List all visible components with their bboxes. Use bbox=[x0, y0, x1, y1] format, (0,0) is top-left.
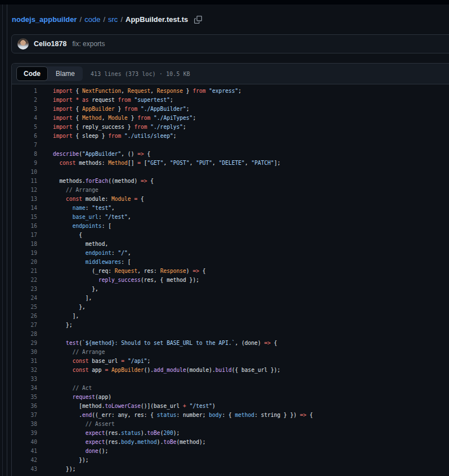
code-line bbox=[37, 330, 53, 339]
code-row: 6import { sleep } from "./utils/sleep"; bbox=[12, 132, 449, 141]
line-number[interactable]: 39 bbox=[12, 429, 37, 438]
code-row: 29 test(`${method}: Should to set BASE_U… bbox=[12, 339, 449, 348]
code-row: 3import { AppBuilder } from "./AppBuilde… bbox=[12, 105, 449, 114]
line-number[interactable]: 36 bbox=[12, 402, 37, 411]
code-row: 12 // Arrange bbox=[12, 186, 449, 195]
code-row: 18 method, bbox=[12, 240, 449, 249]
code-line: const base_url = "/api"; bbox=[37, 357, 150, 366]
line-number[interactable]: 30 bbox=[12, 348, 37, 357]
code-row: 4import { Method, Module } from "./ApiTy… bbox=[12, 114, 449, 123]
line-number[interactable]: 9 bbox=[12, 159, 37, 168]
line-number[interactable]: 16 bbox=[12, 222, 37, 231]
line-number[interactable]: 6 bbox=[12, 132, 37, 141]
line-number[interactable]: 12 bbox=[12, 186, 37, 195]
code-line: // Arrange bbox=[37, 348, 105, 357]
code-line: import { sleep } from "./utils/sleep"; bbox=[37, 132, 177, 141]
breadcrumb-repo-link[interactable]: nodejs_appbuilder bbox=[12, 15, 77, 24]
breadcrumb: nodejs_appbuilder / code / src / AppBuil… bbox=[12, 15, 202, 24]
line-number[interactable]: 22 bbox=[12, 276, 37, 285]
line-number[interactable]: 26 bbox=[12, 312, 37, 321]
code-line: describe("AppBuilder", () => { bbox=[37, 150, 150, 159]
breadcrumb-folder-src[interactable]: src bbox=[108, 15, 118, 24]
code-row: 26 ], bbox=[12, 312, 449, 321]
code-row: 31 const base_url = "/api"; bbox=[12, 357, 449, 366]
code-line: expect(res.body.method).toBe(method); bbox=[37, 438, 206, 447]
code-row: 40 expect(res.body.method).toBe(method); bbox=[12, 438, 449, 447]
code-row: 24 ], bbox=[12, 294, 449, 303]
line-number[interactable]: 28 bbox=[12, 330, 37, 339]
code-line: endpoint: "/", bbox=[37, 249, 131, 258]
line-number[interactable]: 34 bbox=[12, 384, 37, 393]
code-line: import { AppBuilder } from "./AppBuilder… bbox=[37, 105, 190, 114]
code-row: 13 const module: Module = { bbox=[12, 195, 449, 204]
breadcrumb-file-name: AppBuilder.test.ts bbox=[125, 15, 188, 24]
code-row: 32 const app = AppBuilder().add_module(m… bbox=[12, 366, 449, 375]
line-number[interactable]: 42 bbox=[12, 456, 37, 465]
line-number[interactable]: 31 bbox=[12, 357, 37, 366]
commit-author[interactable]: Celio1878 bbox=[34, 40, 66, 48]
line-number[interactable]: 33 bbox=[12, 375, 37, 384]
line-number[interactable]: 13 bbox=[12, 195, 37, 204]
code-line: // Assert bbox=[37, 420, 115, 429]
copy-path-button[interactable] bbox=[194, 16, 202, 24]
avatar[interactable] bbox=[17, 38, 29, 50]
code-line: base_url: "/test", bbox=[37, 213, 131, 222]
line-number[interactable]: 17 bbox=[12, 231, 37, 240]
line-number[interactable]: 25 bbox=[12, 303, 37, 312]
line-number[interactable]: 23 bbox=[12, 285, 37, 294]
line-number[interactable]: 1 bbox=[12, 87, 37, 96]
line-number[interactable]: 32 bbox=[12, 366, 37, 375]
line-number[interactable]: 3 bbox=[12, 105, 37, 114]
code-row: 17 { bbox=[12, 231, 449, 240]
line-number[interactable]: 43 bbox=[12, 465, 37, 474]
code-line: }, bbox=[37, 303, 86, 312]
pane-divider-inner[interactable] bbox=[7, 5, 7, 476]
line-number[interactable]: 35 bbox=[12, 393, 37, 402]
code-content: 1import { NextFunction, Request, Respons… bbox=[12, 84, 449, 474]
code-row: 28 bbox=[12, 330, 449, 339]
tab-code[interactable]: Code bbox=[16, 66, 48, 81]
code-line: done(); bbox=[37, 447, 108, 456]
line-number[interactable]: 20 bbox=[12, 258, 37, 267]
tab-blame[interactable]: Blame bbox=[48, 66, 83, 81]
code-line: // Act bbox=[37, 384, 92, 393]
breadcrumb-folder-code[interactable]: code bbox=[84, 15, 100, 24]
line-number[interactable]: 4 bbox=[12, 114, 37, 123]
line-number[interactable]: 7 bbox=[12, 141, 37, 150]
code-line: // Arrange bbox=[37, 186, 98, 195]
line-number[interactable]: 8 bbox=[12, 150, 37, 159]
line-number[interactable]: 29 bbox=[12, 339, 37, 348]
code-line: import { reply_success } from "./replys"… bbox=[37, 123, 186, 132]
line-number[interactable]: 19 bbox=[12, 249, 37, 258]
line-number[interactable]: 24 bbox=[12, 294, 37, 303]
line-number[interactable]: 37 bbox=[12, 411, 37, 420]
code-line: const methods: Method[] = ["GET", "POST"… bbox=[37, 159, 280, 168]
code-line: import * as request from "supertest"; bbox=[37, 96, 173, 105]
line-number[interactable]: 14 bbox=[12, 204, 37, 213]
code-row: 14 name: "test", bbox=[12, 204, 449, 213]
line-number[interactable]: 18 bbox=[12, 240, 37, 249]
code-row: 21 (_req: Request, res: Response) => { bbox=[12, 267, 449, 276]
code-row: 42 }); bbox=[12, 456, 449, 465]
code-row: 33 bbox=[12, 375, 449, 384]
line-number[interactable]: 38 bbox=[12, 420, 37, 429]
line-number[interactable]: 41 bbox=[12, 447, 37, 456]
line-number[interactable]: 5 bbox=[12, 123, 37, 132]
line-number[interactable]: 21 bbox=[12, 267, 37, 276]
code-row: 2import * as request from "supertest"; bbox=[12, 96, 449, 105]
pane-divider-outer bbox=[2, 5, 3, 476]
code-line: import { Method, Module } from "./ApiTyp… bbox=[37, 114, 196, 123]
commit-message[interactable]: fix: exports bbox=[72, 40, 105, 48]
line-number[interactable]: 40 bbox=[12, 438, 37, 447]
line-number[interactable]: 10 bbox=[12, 168, 37, 177]
code-row: 38 // Assert bbox=[12, 420, 449, 429]
line-number[interactable]: 2 bbox=[12, 96, 37, 105]
code-row: 34 // Act bbox=[12, 384, 449, 393]
latest-commit-bar[interactable]: Celio1878 fix: exports bbox=[11, 34, 449, 53]
line-number[interactable]: 11 bbox=[12, 177, 37, 186]
code-row: 23 }, bbox=[12, 285, 449, 294]
code-line: import { NextFunction, Request, Response… bbox=[37, 87, 241, 96]
line-number[interactable]: 15 bbox=[12, 213, 37, 222]
code-row: 41 done(); bbox=[12, 447, 449, 456]
line-number[interactable]: 27 bbox=[12, 321, 37, 330]
